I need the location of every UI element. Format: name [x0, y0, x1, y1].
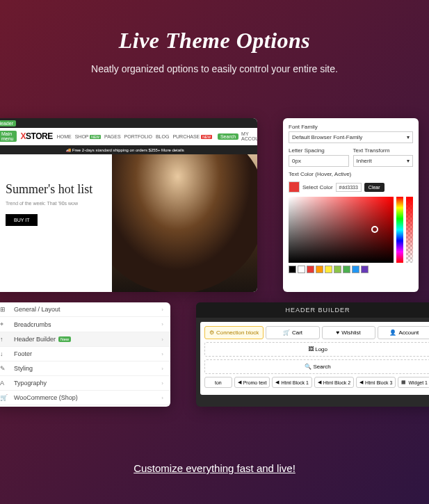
chevron-right-icon: ›: [161, 395, 163, 401]
hero-title: Summer's hot list: [6, 182, 112, 197]
cart-icon: 🛒: [0, 394, 10, 401]
letter-spacing-label: Letter Spacing: [289, 147, 349, 154]
cart-icon: 🛒: [283, 330, 290, 336]
palette-swatch[interactable]: [298, 266, 305, 273]
header-builder-panel: HEADER BUILDER ⚙Connection block 🛒Cart ♥…: [196, 302, 429, 407]
sidebar-item-styling[interactable]: ✎Styling›: [0, 361, 170, 376]
store-preview-panel: Header Main menu XSTORE HOME SHOP NEW PA…: [0, 118, 257, 292]
text-transform-label: Text Transform: [353, 147, 414, 154]
chevron-right-icon: ›: [161, 366, 163, 372]
block-chip[interactable]: ton: [204, 377, 232, 388]
nav-home[interactable]: HOME: [57, 134, 72, 139]
chevron-down-icon: ▾: [407, 134, 410, 140]
nav-shop[interactable]: SHOP NEW: [75, 134, 101, 139]
font-icon: A: [0, 380, 10, 387]
hex-input[interactable]: #dd3333: [336, 183, 362, 192]
sidebar-item-footer[interactable]: ↓Footer›: [0, 347, 170, 361]
pencil-icon: ✎: [0, 365, 10, 372]
chevron-right-icon: ›: [161, 321, 163, 327]
html-block-1-chip[interactable]: ◀Html Block 1: [272, 377, 311, 388]
sidebar-item-woocommerce[interactable]: 🛒WooCommerce (Shop)›: [0, 391, 170, 405]
sidebar-item-typography[interactable]: ATypography›: [0, 376, 170, 391]
chevron-right-icon: ›: [161, 380, 163, 387]
chevron-right-icon: ›: [161, 336, 163, 343]
sidebar-item-general[interactable]: ⊞General / Layout›: [0, 302, 170, 317]
hero-image: [112, 154, 257, 292]
hue-slider[interactable]: [396, 197, 403, 263]
arrow-down-icon: ↓: [0, 350, 10, 357]
html-block-3-chip[interactable]: ◀Html Block 3: [356, 377, 396, 388]
text-transform-select[interactable]: Inherit▾: [353, 155, 414, 167]
html-block-2-chip[interactable]: ◀Html Block 2: [314, 377, 354, 388]
cart-chip[interactable]: 🛒Cart: [266, 326, 319, 339]
select-color-button[interactable]: Select Color: [302, 184, 333, 190]
color-cursor[interactable]: [371, 226, 378, 233]
arrow-left-icon: ◀: [359, 380, 363, 385]
customize-link[interactable]: Customize everything fast and live!: [133, 462, 296, 474]
gear-icon: ⚙: [209, 330, 214, 336]
nav-portfolio[interactable]: PORTFOLIO: [124, 134, 152, 139]
palette-swatch[interactable]: [325, 266, 332, 273]
logo-slot[interactable]: 🖼 Logo: [204, 342, 429, 357]
header-tag: Header: [0, 120, 16, 127]
sidebar-item-header-builder[interactable]: ↑Header BuilderNew›: [0, 332, 170, 347]
palette-swatch[interactable]: [334, 266, 341, 273]
widget-icon: ▦: [401, 380, 406, 385]
chevron-right-icon: ›: [161, 307, 163, 313]
shipping-banner: 🚚 Free 2-days standard shipping on order…: [0, 145, 257, 154]
palette-swatch[interactable]: [316, 266, 323, 273]
page-subtitle: Neatly organized options to easily contr…: [14, 63, 415, 74]
grid-icon: ⊞: [0, 306, 10, 313]
page-title: Live Theme Options: [14, 28, 415, 54]
color-palette: [289, 266, 413, 273]
color-gradient[interactable]: [289, 197, 394, 263]
breadcrumb-icon: ⌖: [0, 320, 10, 328]
letter-spacing-input[interactable]: 0px: [289, 155, 349, 167]
hero-subtitle: Trend of the week: That '90s wow: [6, 201, 112, 206]
store-logo[interactable]: XSTORE: [21, 131, 53, 141]
chevron-right-icon: ›: [161, 351, 163, 357]
palette-swatch[interactable]: [361, 266, 369, 273]
arrow-up-icon: ↑: [0, 336, 10, 343]
arrow-left-icon: ◀: [318, 380, 321, 385]
typography-panel: Font Family Default Browser Font-Family▾…: [283, 118, 419, 292]
header-builder-title: HEADER BUILDER: [196, 302, 429, 318]
search-slot[interactable]: 🔍 Search: [204, 359, 429, 374]
widget-1-chip[interactable]: ▦Widget 1: [398, 377, 429, 388]
text-color-label: Text Color (Hover, Active): [289, 171, 413, 177]
arrow-left-icon: ◀: [275, 380, 279, 385]
heart-icon: ♥: [337, 330, 340, 336]
store-nav: HOME SHOP NEW PAGES PORTFOLIO BLOG PURCH…: [57, 134, 212, 139]
account-link[interactable]: MY ACCOUNT: [241, 131, 257, 141]
promo-text-chip[interactable]: ◀Promo text: [234, 377, 270, 388]
account-chip[interactable]: 👤Account: [378, 326, 429, 339]
sidebar-menu-panel: ⊞General / Layout› ⌖Breadcrumbs› ↑Header…: [0, 302, 170, 407]
nav-purchase[interactable]: PURCHASE NEW: [172, 134, 212, 139]
font-family-select[interactable]: Default Browser Font-Family▾: [289, 131, 413, 143]
search-tag[interactable]: Search: [218, 133, 238, 140]
nav-pages[interactable]: PAGES: [104, 134, 121, 139]
connection-block-chip[interactable]: ⚙Connection block: [204, 326, 264, 339]
wishlist-chip[interactable]: ♥Wishlist: [322, 326, 375, 339]
chevron-down-icon: ▾: [407, 158, 410, 164]
user-icon: 👤: [389, 330, 396, 336]
clear-button[interactable]: Clear: [364, 183, 385, 192]
font-family-label: Font Family: [289, 124, 413, 130]
alpha-slider[interactable]: [406, 197, 413, 263]
palette-swatch[interactable]: [343, 266, 350, 273]
palette-swatch[interactable]: [289, 266, 296, 273]
color-swatch[interactable]: [289, 181, 300, 193]
sidebar-item-breadcrumbs[interactable]: ⌖Breadcrumbs›: [0, 317, 170, 332]
new-badge: New: [58, 336, 71, 342]
arrow-left-icon: ◀: [238, 380, 241, 385]
main-menu-tag[interactable]: Main menu: [0, 131, 17, 142]
buy-button[interactable]: BUY IT: [6, 214, 38, 226]
nav-blog[interactable]: BLOG: [156, 134, 169, 139]
palette-swatch[interactable]: [307, 266, 314, 273]
palette-swatch[interactable]: [352, 266, 359, 273]
